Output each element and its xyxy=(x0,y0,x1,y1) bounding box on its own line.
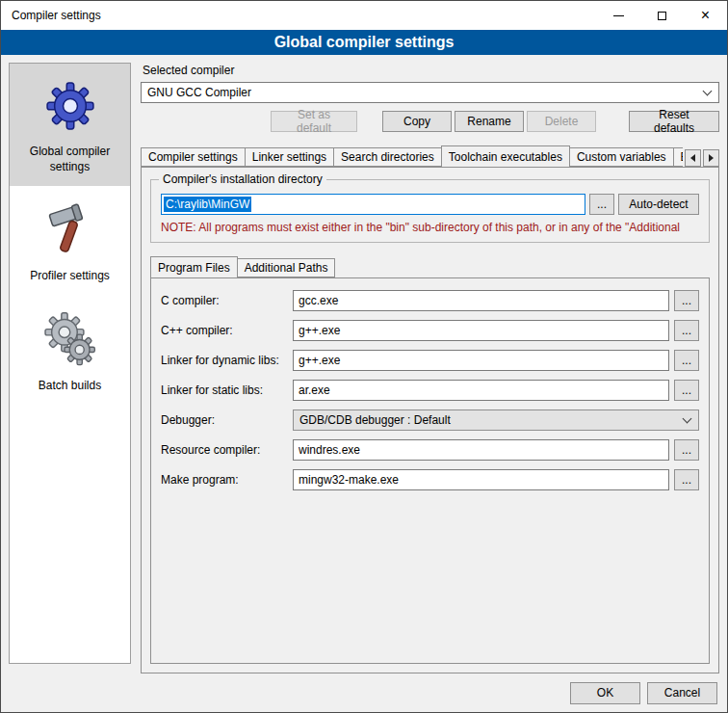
close-icon: × xyxy=(701,8,710,23)
tab-scroll-right-button[interactable] xyxy=(703,149,719,167)
window-title: Compiler settings xyxy=(1,9,597,22)
close-button[interactable]: × xyxy=(684,1,727,30)
tab-build-options[interactable]: Build options xyxy=(673,147,683,167)
installation-directory-browse-button[interactable]: ... xyxy=(589,194,614,215)
field-label: C compiler: xyxy=(161,294,288,307)
dialog-body: Global compiler settings Profiler settin… xyxy=(1,55,727,673)
program-files-panel: C compiler: ... C++ compiler: ... Linker… xyxy=(150,277,710,664)
compiler-settings-window: Compiler settings × Global compiler sett… xyxy=(0,0,728,713)
gear-icon xyxy=(40,79,100,133)
tab-linker-settings[interactable]: Linker settings xyxy=(245,147,334,167)
field-label: Linker for static libs: xyxy=(161,383,288,397)
reset-defaults-button[interactable]: Reset defaults xyxy=(629,111,719,132)
subtabs-wrap: Program Files Additional Paths xyxy=(150,256,710,277)
chevron-down-icon xyxy=(683,413,692,423)
tab-compiler-settings[interactable]: Compiler settings xyxy=(141,147,246,167)
linker-static-input[interactable] xyxy=(293,380,669,401)
installation-directory-input[interactable]: C:\raylib\MinGW xyxy=(161,194,585,215)
sidebar-item-label: Profiler settings xyxy=(30,269,110,284)
window-controls: × xyxy=(597,1,727,30)
titlebar: Compiler settings × xyxy=(1,1,727,30)
selected-compiler-label: Selected compiler xyxy=(143,64,719,77)
resource-compiler-input[interactable] xyxy=(293,439,669,461)
field-label: Linker for dynamic libs: xyxy=(161,354,288,367)
bin-subdirectory-note: NOTE: All programs must exist either in … xyxy=(161,221,699,234)
dialog-footer: OK Cancel xyxy=(1,673,727,712)
tab-search-directories[interactable]: Search directories xyxy=(333,147,442,167)
page-title: Global compiler settings xyxy=(1,30,727,55)
tab-custom-variables[interactable]: Custom variables xyxy=(569,147,674,167)
delete-button[interactable]: Delete xyxy=(527,111,596,132)
compiler-actions-row: Set as default Copy Rename Delete Reset … xyxy=(141,111,719,132)
program-files-tabstrip: Program Files Additional Paths xyxy=(150,256,710,277)
tab-additional-paths[interactable]: Additional Paths xyxy=(237,258,336,277)
ok-button[interactable]: OK xyxy=(570,682,640,704)
settings-sidebar: Global compiler settings Profiler settin… xyxy=(9,63,131,664)
minimize-button[interactable] xyxy=(597,1,640,30)
cpp-compiler-browse-button[interactable]: ... xyxy=(674,320,699,341)
arrow-left-icon xyxy=(690,154,695,162)
tab-program-files[interactable]: Program Files xyxy=(150,256,238,277)
c-compiler-input[interactable] xyxy=(293,290,669,311)
gears-icon xyxy=(42,311,98,367)
c-compiler-browse-button[interactable]: ... xyxy=(674,290,699,311)
installation-directory-group-title: Compiler's installation directory xyxy=(159,172,326,186)
linker-dynamic-input[interactable] xyxy=(293,350,669,371)
tabs-wrap: Compiler settings Linker settings Search… xyxy=(141,145,683,167)
main-content: Selected compiler GNU GCC Compiler Set a… xyxy=(141,63,719,673)
field-label: Resource compiler: xyxy=(161,443,288,457)
sidebar-item-label: Batch builds xyxy=(39,379,101,394)
installation-directory-row: C:\raylib\MinGW ... Auto-detect xyxy=(161,194,699,215)
hammer-icon xyxy=(43,201,97,257)
sidebar-item-label: Global compiler settings xyxy=(13,145,126,174)
copy-button[interactable]: Copy xyxy=(382,111,452,132)
tab-toolchain-executables[interactable]: Toolchain executables xyxy=(441,145,570,167)
sidebar-item-profiler-settings[interactable]: Profiler settings xyxy=(10,186,130,296)
set-as-default-button[interactable]: Set as default xyxy=(271,111,357,132)
toolchain-executables-panel: Compiler's installation directory C:\ray… xyxy=(141,167,719,673)
selected-compiler-select[interactable]: GNU GCC Compiler xyxy=(141,82,719,103)
selected-compiler-value: GNU GCC Compiler xyxy=(147,86,704,99)
installation-directory-value: C:\raylib\MinGW xyxy=(164,197,251,212)
chevron-down-icon xyxy=(703,86,713,95)
tab-scroll-left-button[interactable] xyxy=(685,149,701,167)
maximize-button[interactable] xyxy=(640,1,684,30)
debugger-select[interactable]: GDB/CDB debugger : Default xyxy=(293,409,699,431)
make-program-browse-button[interactable]: ... xyxy=(674,469,699,490)
resource-compiler-browse-button[interactable]: ... xyxy=(674,439,699,461)
linker-dynamic-browse-button[interactable]: ... xyxy=(674,350,699,371)
field-label: C++ compiler: xyxy=(161,324,288,337)
arrow-right-icon xyxy=(709,154,714,162)
maximize-icon xyxy=(658,12,666,20)
sidebar-item-global-compiler-settings[interactable]: Global compiler settings xyxy=(10,64,130,186)
field-label: Debugger: xyxy=(161,413,288,427)
rename-button[interactable]: Rename xyxy=(455,111,524,132)
settings-tabstrip: Compiler settings Linker settings Search… xyxy=(141,145,719,167)
cpp-compiler-input[interactable] xyxy=(293,320,669,341)
installation-directory-group: Compiler's installation directory C:\ray… xyxy=(150,179,710,243)
field-label: Make program: xyxy=(161,473,288,487)
cancel-button[interactable]: Cancel xyxy=(647,682,717,704)
program-files-fields: C compiler: ... C++ compiler: ... Linker… xyxy=(161,290,699,490)
sidebar-item-batch-builds[interactable]: Batch builds xyxy=(10,296,130,406)
minimize-icon xyxy=(613,15,624,16)
auto-detect-button[interactable]: Auto-detect xyxy=(618,194,699,215)
linker-static-browse-button[interactable]: ... xyxy=(674,380,699,401)
debugger-value: GDB/CDB debugger : Default xyxy=(299,413,684,427)
make-program-input[interactable] xyxy=(293,469,669,490)
